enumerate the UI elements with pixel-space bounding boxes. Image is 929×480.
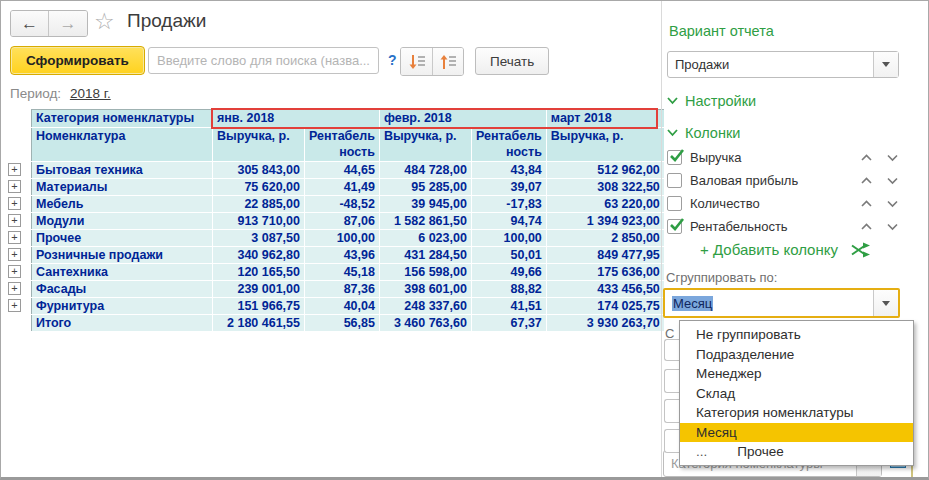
- sort-descending-button[interactable]: [401, 48, 432, 75]
- value-cell[interactable]: 151 966,75: [213, 298, 305, 315]
- value-cell[interactable]: 39,07: [471, 179, 546, 196]
- expand-row-button[interactable]: +: [8, 214, 21, 227]
- value-cell[interactable]: 3 930 263,70: [546, 315, 664, 332]
- sort-ascending-button[interactable]: [432, 48, 463, 75]
- value-cell[interactable]: 913 710,00: [213, 213, 305, 230]
- value-cell[interactable]: 44,65: [305, 162, 380, 179]
- category-name-cell[interactable]: Итого: [32, 315, 213, 332]
- value-cell[interactable]: 88,82: [471, 281, 546, 298]
- value-cell[interactable]: 100,00: [471, 230, 546, 247]
- value-cell[interactable]: 2 850,00: [546, 230, 664, 247]
- category-name-cell[interactable]: Сантехника: [32, 264, 213, 281]
- month-header-cell[interactable]: февр. 2018: [379, 110, 546, 128]
- value-cell[interactable]: 239 001,00: [213, 281, 305, 298]
- dropdown-item[interactable]: Склад: [680, 384, 913, 404]
- value-cell[interactable]: 175 636,00: [546, 264, 664, 281]
- value-cell[interactable]: 94,74: [471, 213, 546, 230]
- expand-row-button[interactable]: +: [8, 197, 21, 210]
- expand-row-button[interactable]: +: [8, 163, 21, 176]
- expand-row-button[interactable]: +: [8, 282, 21, 295]
- report-variant-dropdown-button[interactable]: [873, 52, 898, 77]
- value-cell[interactable]: 398 601,00: [379, 281, 471, 298]
- move-up-icon[interactable]: [853, 200, 879, 208]
- group-by-dropdown-button[interactable]: [873, 290, 898, 316]
- value-cell[interactable]: 512 962,00: [546, 162, 664, 179]
- columns-section-header[interactable]: Колонки: [667, 125, 740, 141]
- print-button[interactable]: Печать: [475, 47, 549, 75]
- category-name-cell[interactable]: Мебель: [32, 196, 213, 213]
- move-down-icon[interactable]: [879, 154, 905, 162]
- shuffle-columns-icon[interactable]: [850, 242, 872, 258]
- value-cell[interactable]: 67,37: [471, 315, 546, 332]
- value-cell[interactable]: 433 456,50: [546, 281, 664, 298]
- value-cell[interactable]: 75 620,00: [213, 179, 305, 196]
- value-cell[interactable]: 120 165,50: [213, 264, 305, 281]
- expand-row-button[interactable]: +: [8, 180, 21, 193]
- value-cell[interactable]: 56,85: [305, 315, 380, 332]
- value-cell[interactable]: 95 285,00: [379, 179, 471, 196]
- dropdown-item[interactable]: ...Прочее: [680, 442, 913, 462]
- value-cell[interactable]: 41,51: [471, 298, 546, 315]
- checkbox[interactable]: [667, 173, 682, 188]
- move-up-icon[interactable]: [853, 154, 879, 162]
- value-cell[interactable]: 156 598,00: [379, 264, 471, 281]
- value-cell[interactable]: 340 962,80: [213, 247, 305, 264]
- checkbox[interactable]: [667, 150, 682, 165]
- value-cell[interactable]: 50,01: [471, 247, 546, 264]
- move-up-icon[interactable]: [853, 177, 879, 185]
- value-cell[interactable]: 41,49: [305, 179, 380, 196]
- value-cell[interactable]: 1 394 923,00: [546, 213, 664, 230]
- value-cell[interactable]: 40,04: [305, 298, 380, 315]
- report-variant-combobox[interactable]: Продажи: [667, 51, 899, 78]
- value-cell[interactable]: 484 728,00: [379, 162, 471, 179]
- value-cell[interactable]: 43,84: [471, 162, 546, 179]
- month-header-cell[interactable]: март 2018: [546, 110, 664, 128]
- category-name-cell[interactable]: Прочее: [32, 230, 213, 247]
- value-cell[interactable]: 849 477,95: [546, 247, 664, 264]
- expand-row-button[interactable]: +: [8, 248, 21, 261]
- period-value-link[interactable]: 2018 г.: [70, 86, 111, 101]
- expand-row-button[interactable]: +: [8, 231, 21, 244]
- dropdown-item[interactable]: Категория номенклатуры: [680, 403, 913, 423]
- category-name-cell[interactable]: Материалы: [32, 179, 213, 196]
- move-down-icon[interactable]: [879, 200, 905, 208]
- value-cell[interactable]: 248 337,60: [379, 298, 471, 315]
- settings-section-header[interactable]: Настройки: [667, 93, 756, 109]
- category-name-cell[interactable]: Бытовая техника: [32, 162, 213, 179]
- favorite-star-icon[interactable]: ☆: [94, 8, 115, 35]
- generate-report-button[interactable]: Сформировать: [10, 46, 145, 75]
- dropdown-item[interactable]: Подразделение: [680, 345, 913, 365]
- category-name-cell[interactable]: Фасады: [32, 281, 213, 298]
- checkbox[interactable]: [667, 196, 682, 211]
- checkbox[interactable]: [667, 219, 682, 234]
- value-cell[interactable]: 49,66: [471, 264, 546, 281]
- category-name-cell[interactable]: Фурнитура: [32, 298, 213, 315]
- dropdown-item[interactable]: Не группировать: [680, 325, 913, 345]
- value-cell[interactable]: 45,18: [305, 264, 380, 281]
- value-cell[interactable]: 22 885,00: [213, 196, 305, 213]
- category-name-cell[interactable]: Розничные продажи: [32, 247, 213, 264]
- value-cell[interactable]: 63 220,00: [546, 196, 664, 213]
- expand-row-button[interactable]: +: [8, 299, 21, 312]
- search-input[interactable]: [148, 47, 379, 74]
- dropdown-item[interactable]: Менеджер: [680, 364, 913, 384]
- value-cell[interactable]: 6 023,00: [379, 230, 471, 247]
- help-icon[interactable]: ?: [388, 52, 397, 68]
- value-cell[interactable]: 1 582 861,50: [379, 213, 471, 230]
- value-cell[interactable]: 3 460 763,60: [379, 315, 471, 332]
- value-cell[interactable]: 431 284,50: [379, 247, 471, 264]
- value-cell[interactable]: -17,83: [471, 196, 546, 213]
- value-cell[interactable]: 305 843,00: [213, 162, 305, 179]
- group-by-combobox[interactable]: Месяц: [663, 288, 900, 318]
- value-cell[interactable]: 43,96: [305, 247, 380, 264]
- value-cell[interactable]: 2 180 461,55: [213, 315, 305, 332]
- value-cell[interactable]: -48,52: [305, 196, 380, 213]
- expand-row-button[interactable]: +: [8, 265, 21, 278]
- forward-button[interactable]: →: [49, 11, 87, 36]
- value-cell[interactable]: 308 322,50: [546, 179, 664, 196]
- category-name-cell[interactable]: Модули: [32, 213, 213, 230]
- value-cell[interactable]: 100,00: [305, 230, 380, 247]
- move-down-icon[interactable]: [879, 223, 905, 231]
- value-cell[interactable]: 87,06: [305, 213, 380, 230]
- dropdown-item[interactable]: Месяц: [680, 423, 913, 443]
